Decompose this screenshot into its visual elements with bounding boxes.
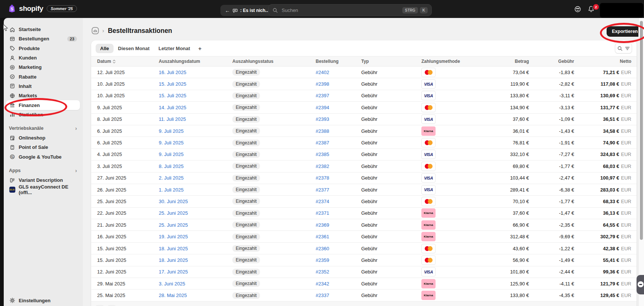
table-row[interactable]: 29. Mai 20253. Juni 2025Eingezahlt#2342G… [91,278,637,290]
payment-mastercard-icon [421,197,436,206]
payout-date-link[interactable]: 9. Juli 2025 [159,152,184,157]
table-row[interactable]: 27. Juni 20252. Juli 2025Eingezahlt#2378… [91,172,637,184]
tab-letzter-monat[interactable]: Letzter Monat [154,44,195,53]
gebuehr-cell: -4,35 € [529,293,574,298]
payout-date-link[interactable]: 19. Juni 2025 [159,234,188,239]
table-row[interactable]: 25. Juni 202530. Juni 2025Eingezahlt#237… [91,196,637,207]
payout-date-link[interactable]: 9. Juli 2025 [159,128,184,134]
payout-date-link[interactable]: 16. Juli 2025 [159,70,186,75]
table-row[interactable]: 4. Juli 20259. Juli 2025Eingezahlt#2385G… [91,149,637,160]
sidebar-item-einstellungen[interactable]: Einstellungen [6,296,80,305]
payout-date-link[interactable]: 11. Juli 2025 [159,116,186,122]
admin-avatar-icon[interactable] [574,5,582,13]
sidebar-item-startseite[interactable]: Startseite [6,25,80,34]
tab-diesen-monat[interactable]: Diesen Monat [114,44,154,53]
store-menu-redacted[interactable] [600,3,643,18]
payout-date-link[interactable]: 3. Juni 2025 [159,281,185,287]
payout-date-link[interactable]: 30. Juni 2025 [159,199,188,204]
payout-date-link[interactable]: 14. Juli 2025 [159,105,186,110]
order-link[interactable]: #2397 [316,93,329,98]
search-and-filter-button[interactable] [615,43,632,53]
sidebar-item-variant-description[interactable]: Variant Description [6,175,80,185]
sidebar-item-point-of-sale[interactable]: Point of Sale [6,143,80,152]
table-row[interactable]: 16. Juni 202519. Juni 2025Eingezahlt#236… [91,231,637,242]
sidebar-item-label: Startseite [19,27,41,32]
sidebar-item-finanzen[interactable]: Finanzen [6,100,80,110]
sidebar-item-gls-easyconnect-de-offi[interactable]: GLSGLS easyConnect DE (offi... [6,185,80,194]
order-link[interactable]: #2342 [316,281,329,287]
payout-date-link[interactable]: 25. Juni 2025 [159,210,188,216]
table-row[interactable]: 12. Juni 202517. Juni 2025Eingezahlt#235… [91,266,637,278]
table-row[interactable]: 15. Juni 202518. Juni 2025Eingezahlt#236… [91,243,637,254]
order-link[interactable]: #2378 [316,175,329,181]
order-link[interactable]: #2361 [316,234,329,239]
sidebar-item-produkte[interactable]: Produkte [6,44,80,53]
order-link[interactable]: #2377 [316,187,329,193]
sidebar-item-google-youtube[interactable]: GGoogle & YouTube [6,152,80,162]
tab-alle[interactable]: Alle [96,44,114,53]
order-link[interactable]: #2369 [316,222,329,228]
order-link[interactable]: #2388 [316,128,329,134]
payout-date-link[interactable]: 17. Juni 2025 [159,269,188,275]
export-button[interactable]: Exportieren [607,26,643,37]
order-link[interactable]: #2337 [316,293,329,298]
order-link[interactable]: #2359 [316,257,329,263]
order-link[interactable]: #2393 [316,116,329,122]
order-link[interactable]: #2371 [316,210,329,216]
add-view-tab[interactable]: + [195,44,205,53]
tabs-row: AlleDiesen MonatLetzter Monat+ [91,40,637,56]
table-row[interactable]: 22. Juni 202525. Juni 2025Eingezahlt#237… [91,208,637,219]
status-badge: Eingezahlt [232,280,260,287]
sidebar-item-statistiken[interactable]: Statistiken [6,110,80,119]
table-row[interactable]: 12. Juli 202516. Juli 2025Eingezahlt#240… [91,67,637,78]
order-link[interactable]: #2382 [316,163,329,169]
global-search[interactable]: STRG K [268,4,432,16]
sidebar-item-marketing[interactable]: Marketing [6,62,80,72]
table-row[interactable]: 21. Juni 202525. Juni 2025Eingezahlt#236… [91,219,637,231]
order-link[interactable]: #2394 [316,105,329,110]
order-link[interactable]: #2374 [316,199,329,204]
payout-date-link[interactable]: 28. Mai 2025 [159,293,187,298]
payout-date-link[interactable]: 8. Juli 2025 [159,163,184,169]
sidebar-section-vertriebskan-le[interactable]: Vertriebskanäle› [6,124,80,133]
payout-date-link[interactable]: 15. Juli 2025 [159,81,186,87]
payout-date-link[interactable]: 18. Juni 2025 [159,246,188,251]
sidebar-item-kunden[interactable]: Kunden [6,53,80,62]
table-row[interactable]: 26. Juni 20251. Juli 2025Eingezahlt#2377… [91,184,637,196]
payout-date-link[interactable]: 2. Juli 2025 [159,175,184,181]
search-icon [617,46,623,51]
table-row[interactable]: 9. Juli 202514. Juli 2025Eingezahlt#2394… [91,102,637,113]
back-pill-button[interactable]: ← : Es ist nich... [220,5,273,16]
payout-date-link[interactable]: 1. Juli 2025 [159,187,184,193]
collapse-widget-tab[interactable] [637,275,644,294]
table-row[interactable]: 10. Juli 202515. Juli 2025Eingezahlt#239… [91,90,637,102]
table-row[interactable]: 25. Mai 202528. Mai 2025Eingezahlt#2337G… [91,290,637,301]
scrollbar-thumb[interactable] [640,21,643,240]
table-row[interactable]: 8. Juli 202511. Juli 2025Eingezahlt#2393… [91,114,637,125]
order-link[interactable]: #2398 [316,81,329,87]
finance-breadcrumb-icon[interactable] [91,27,99,35]
sidebar-item-rabatte[interactable]: Rabatte [6,72,80,81]
order-link[interactable]: #2352 [316,269,329,275]
payout-date-link[interactable]: 25. Juni 2025 [159,222,188,228]
sidebar-item-markets[interactable]: Markets [6,91,80,100]
payout-date-link[interactable]: 9. Juli 2025 [159,140,184,146]
search-input[interactable] [281,7,400,13]
order-link[interactable]: #2360 [316,246,329,251]
shopify-logo[interactable]: S shopify Sommer '25 [8,4,77,13]
table-row[interactable]: 15. Juni 202518. Juni 2025Eingezahlt#235… [91,254,637,266]
table-row[interactable]: 10. Juli 202515. Juli 2025Eingezahlt#239… [91,78,637,90]
payout-date-link[interactable]: 15. Juli 2025 [159,93,186,98]
sidebar-item-onlineshop[interactable]: Onlineshop [6,133,80,143]
sidebar-item-bestellungen[interactable]: Bestellungen23 [6,34,80,43]
table-row[interactable]: 6. Juli 20259. Juli 2025Eingezahlt#2387G… [91,137,637,149]
order-link[interactable]: #2402 [316,70,329,75]
order-link[interactable]: #2385 [316,152,329,157]
table-row[interactable]: 6. Juli 20259. Juli 2025Eingezahlt#2388G… [91,125,637,137]
payout-date-link[interactable]: 18. Juni 2025 [159,257,188,263]
column-header-datum[interactable]: Datum [91,59,159,64]
sidebar-section-apps[interactable]: Apps› [6,166,80,175]
order-link[interactable]: #2387 [316,140,329,146]
sidebar-item-inhalt[interactable]: Inhalt [6,82,80,91]
table-row[interactable]: 3. Juli 20258. Juli 2025Eingezahlt#2382G… [91,160,637,172]
